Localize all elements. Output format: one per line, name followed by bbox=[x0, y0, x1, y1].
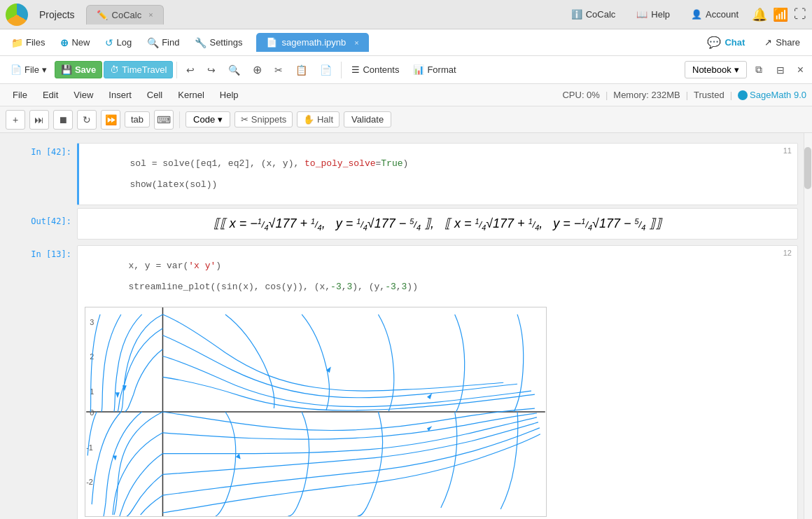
contents-label: Contents bbox=[363, 64, 399, 75]
cell-type-selector[interactable]: Code ▾ bbox=[186, 111, 230, 127]
skip-button[interactable]: ⏭ bbox=[29, 110, 49, 130]
account-label: Account bbox=[706, 9, 738, 20]
notebook-close-button[interactable]: × bbox=[793, 62, 808, 78]
refresh-button[interactable]: ↻ bbox=[77, 110, 97, 130]
active-notebook-tab[interactable]: 📄 sagemath.ipynb × bbox=[256, 33, 368, 52]
cocalc-tab[interactable]: ✏️ CoCalc × bbox=[86, 5, 164, 25]
format-button[interactable]: 📊 Format bbox=[407, 61, 462, 78]
menu-cell[interactable]: Cell bbox=[140, 87, 169, 103]
menu-view[interactable]: View bbox=[66, 87, 100, 103]
notebook-label: Notebook bbox=[692, 64, 732, 75]
paste-button[interactable]: 📄 bbox=[314, 62, 337, 78]
timetravel-button[interactable]: ⏱ TimeTravel bbox=[104, 61, 173, 78]
svg-text:-2: -2 bbox=[86, 478, 93, 486]
notebook-selector[interactable]: Notebook ▾ bbox=[685, 61, 747, 78]
projects-button[interactable]: Projects bbox=[34, 6, 80, 23]
new-icon: ⊕ bbox=[60, 37, 69, 48]
copy-button[interactable]: 📋 bbox=[290, 62, 313, 78]
cut-button[interactable]: ✂ bbox=[269, 62, 288, 78]
kernel-badge[interactable]: SageMath 9.0 bbox=[738, 90, 806, 100]
help-button[interactable]: 📖 Help bbox=[629, 5, 678, 24]
files-icon: 📁 bbox=[11, 37, 23, 48]
new-button[interactable]: ⊕ New bbox=[53, 34, 97, 51]
memory-status: Memory: 232MB bbox=[613, 90, 680, 100]
file-menu-button[interactable]: 📄 File ▾ bbox=[4, 61, 53, 78]
cocalc-label: CoCalc bbox=[586, 9, 616, 20]
notebook-file-icon: 📄 bbox=[266, 37, 277, 48]
redo-button[interactable]: ↪ bbox=[202, 62, 221, 78]
cell-42-out-label: Out[42]: bbox=[14, 212, 71, 226]
settings-button[interactable]: 🔧 Settings bbox=[188, 34, 249, 51]
notebook-chevron: ▾ bbox=[734, 64, 739, 75]
cell-toolbar: + ⏭ ⏹ ↻ ⏩ tab ⌨ Code ▾ ✂ Snippets ✋ Halt… bbox=[0, 106, 812, 133]
timetravel-label: TimeTravel bbox=[122, 64, 167, 75]
cell-13-number: 12 bbox=[783, 249, 792, 257]
account-icon: 👤 bbox=[691, 9, 702, 20]
share-label: Share bbox=[776, 37, 800, 48]
save-icon: 💾 bbox=[61, 64, 72, 75]
cell-42-output-body: ⟦⟦ x = −1/4√177 + 1/4, y = 1/4√177 − 5/4… bbox=[77, 208, 798, 240]
cocalc-logo bbox=[6, 4, 28, 26]
top-right-area: ℹ️ CoCalc 📖 Help 👤 Account 🔔 📶 ⛶ bbox=[564, 5, 806, 24]
validate-button[interactable]: Validate bbox=[344, 111, 391, 127]
fast-forward-button[interactable]: ⏩ bbox=[101, 110, 120, 130]
notebook-tab-close[interactable]: × bbox=[354, 39, 358, 47]
find-label: Find bbox=[162, 37, 179, 48]
toolbar-sep-2 bbox=[341, 62, 342, 78]
share-icon: ↗ bbox=[764, 37, 772, 48]
notification-bell[interactable]: 🔔 bbox=[752, 7, 767, 22]
keyboard-button[interactable]: ⌨ bbox=[154, 110, 174, 130]
settings-label: Settings bbox=[209, 37, 242, 48]
scrollbar-track[interactable] bbox=[804, 133, 812, 519]
svg-text:-1: -1 bbox=[86, 443, 93, 451]
file-icon: 📄 bbox=[10, 64, 22, 75]
columns-button[interactable]: ⊟ bbox=[771, 62, 790, 78]
cell-13-body[interactable]: 12 x, y = var('x y') streamline_plot((si… bbox=[77, 245, 798, 519]
cell-42-body[interactable]: 11 sol = solve([eq1, eq2], (x, y), to_po… bbox=[77, 143, 798, 205]
halt-button[interactable]: ✋ Halt bbox=[297, 111, 340, 127]
menu-kernel[interactable]: Kernel bbox=[171, 87, 211, 103]
cocalc-tab-close[interactable]: × bbox=[148, 11, 153, 19]
menu-edit[interactable]: Edit bbox=[36, 87, 65, 103]
menu-file[interactable]: File bbox=[6, 87, 34, 103]
log-icon: ↺ bbox=[105, 37, 113, 48]
files-button[interactable]: 📁 Files bbox=[4, 34, 52, 51]
contents-button[interactable]: ☰ Contents bbox=[345, 61, 405, 78]
split-view-button[interactable]: ⧉ bbox=[750, 61, 768, 78]
new-label: New bbox=[71, 37, 90, 48]
menu-insert[interactable]: Insert bbox=[102, 87, 139, 103]
trusted-badge: Trusted bbox=[694, 90, 724, 100]
menu-help[interactable]: Help bbox=[213, 87, 246, 103]
stop-button[interactable]: ⏹ bbox=[53, 110, 73, 130]
log-button[interactable]: ↺ Log bbox=[98, 34, 139, 51]
file-label: File bbox=[24, 64, 39, 75]
format-icon: 📊 bbox=[413, 64, 424, 75]
cocalc-info-button[interactable]: ℹ️ CoCalc bbox=[564, 5, 624, 24]
share-button[interactable]: ↗ Share bbox=[757, 33, 808, 52]
notebook-area: In [42]: 11 sol = solve([eq1, eq2], (x, … bbox=[0, 133, 812, 519]
save-button[interactable]: 💾 Save bbox=[55, 61, 102, 78]
filesbar: 📁 Files ⊕ New ↺ Log 🔍 Find 🔧 Settings 📄 … bbox=[0, 29, 812, 56]
validate-label: Validate bbox=[351, 114, 384, 125]
math-output-42: ⟦⟦ x = −1/4√177 + 1/4, y = 1/4√177 − 5/4… bbox=[78, 209, 797, 239]
cell-13-in-label: In [13]: bbox=[14, 249, 71, 259]
zoom-out-button[interactable]: 🔍 bbox=[223, 62, 246, 78]
contents-icon: ☰ bbox=[351, 64, 360, 75]
cell-13: In [13]: 12 x, y = var('x y') streamline… bbox=[14, 245, 798, 519]
cell-13-input[interactable]: x, y = var('x y') streamline_plot((sin(x… bbox=[78, 246, 797, 307]
find-button[interactable]: 🔍 Find bbox=[140, 34, 186, 51]
cell-13-gutter: In [13]: bbox=[14, 245, 77, 519]
chat-button[interactable]: 💬 Chat bbox=[699, 32, 752, 53]
undo-button[interactable]: ↩ bbox=[181, 62, 200, 78]
add-cell-button[interactable]: + bbox=[6, 110, 25, 130]
tab-button[interactable]: tab bbox=[125, 111, 150, 127]
snippets-label: ✂ Snippets bbox=[241, 114, 286, 125]
plot-output: 3 2 1 0 -1 -2 bbox=[85, 307, 790, 519]
cell-42-input[interactable]: sol = solve([eq1, eq2], (x, y), to_poly_… bbox=[79, 144, 797, 205]
zoom-in-button[interactable]: ⊕ bbox=[247, 60, 267, 79]
account-button[interactable]: 👤 Account bbox=[683, 5, 746, 24]
fullscreen-icon[interactable]: ⛶ bbox=[794, 7, 806, 22]
snippets-button[interactable]: ✂ Snippets bbox=[234, 111, 293, 127]
cell-42: In [42]: 11 sol = solve([eq1, eq2], (x, … bbox=[14, 143, 798, 205]
scrollbar-thumb[interactable] bbox=[804, 147, 811, 189]
